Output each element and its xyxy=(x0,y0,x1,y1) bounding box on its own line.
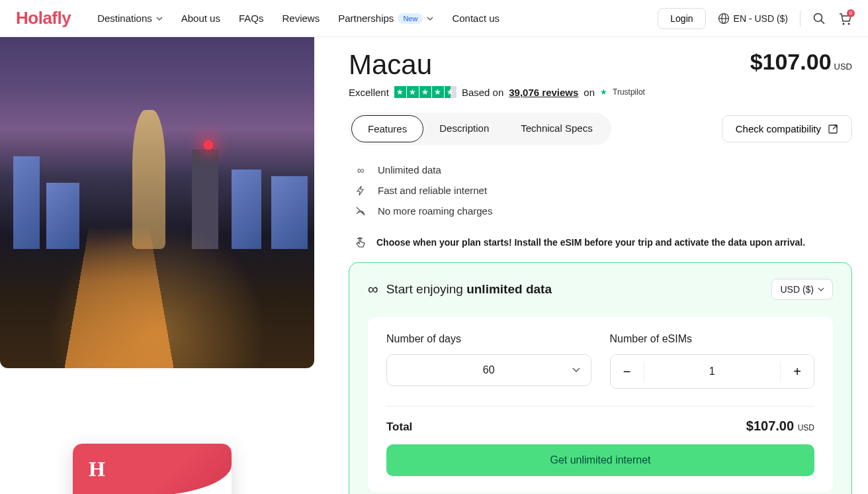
nav-contact[interactable]: Contact us xyxy=(452,13,499,24)
nav-partnerships[interactable]: Partnerships New xyxy=(338,13,433,24)
price-currency: USD xyxy=(834,62,852,72)
destination-image xyxy=(0,37,314,368)
currency-selector[interactable]: USD ($) xyxy=(771,279,833,300)
sim-logo-icon: H xyxy=(89,457,105,481)
tab-technical-specs[interactable]: Technical Specs xyxy=(505,115,608,142)
currency-label: USD ($) xyxy=(780,284,814,295)
rating-label: Excellent xyxy=(349,87,389,98)
order-inner: Number of days 60 Number of eSIMs − xyxy=(368,317,833,492)
tab-features[interactable]: Features xyxy=(351,115,423,142)
esims-group: Number of eSIMs − 1 + xyxy=(610,333,815,389)
nav-about[interactable]: About us xyxy=(181,13,220,24)
tab-group: Features Description Technical Specs xyxy=(349,113,611,145)
sim-card: H Scan the QR code and connect instantly xyxy=(73,444,232,494)
features-list: ∞ Unlimited data Fast and reliable inter… xyxy=(349,160,852,221)
search-icon xyxy=(812,12,826,25)
product-title: Macau xyxy=(349,49,432,81)
total-row: Total $107.00 USD xyxy=(386,406,814,444)
rating-row: Excellent ★ ★ ★ ★ ★ Based on 39,076 revi… xyxy=(349,86,852,98)
external-edit-icon xyxy=(828,124,838,134)
star-icon: ★ xyxy=(407,86,419,98)
main-nav: Destinations About us FAQs Reviews Partn… xyxy=(97,13,658,24)
order-title-bold: unlimited data xyxy=(466,282,552,296)
feature-text: No more roaming charges xyxy=(378,205,492,217)
price-amount: $107.00 xyxy=(750,49,832,75)
trustpilot-label: Trustpilot xyxy=(613,87,645,97)
days-select[interactable]: 60 xyxy=(386,354,591,386)
get-internet-button[interactable]: Get unlimited internet xyxy=(386,444,814,476)
order-title: ∞ Start enjoying unlimited data xyxy=(368,281,552,298)
quantity-stepper: − 1 + xyxy=(610,354,815,389)
title-price-row: Macau $107.00 USD xyxy=(349,49,852,86)
total-amount: $107.00 xyxy=(746,419,794,433)
svg-line-4 xyxy=(821,21,824,24)
svg-point-6 xyxy=(848,23,850,25)
header-right: Login EN - USD ($) 0 xyxy=(658,8,852,29)
star-icon: ★ xyxy=(432,86,444,98)
svg-point-3 xyxy=(814,13,822,21)
order-title-prefix: Start enjoying xyxy=(386,282,466,296)
star-rating: ★ ★ ★ ★ ★ xyxy=(394,86,456,98)
feature-text: Fast and reliable internet xyxy=(378,185,487,196)
days-value: 60 xyxy=(483,364,495,375)
star-half-icon: ★ xyxy=(445,86,456,98)
star-icon: ★ xyxy=(394,86,406,98)
locale-selector[interactable]: EN - USD ($) xyxy=(718,13,788,25)
locale-text: EN - USD ($) xyxy=(734,13,788,24)
chevron-down-icon xyxy=(156,17,163,21)
cart-button[interactable]: 0 xyxy=(838,12,852,25)
lightning-icon xyxy=(354,185,367,196)
order-header: ∞ Start enjoying unlimited data USD ($) xyxy=(368,279,833,300)
plan-note: Choose when your plan starts! Install th… xyxy=(349,236,852,249)
reviews-link[interactable]: 39,076 reviews xyxy=(509,87,578,98)
tab-description[interactable]: Description xyxy=(423,115,505,142)
decrement-button[interactable]: − xyxy=(611,355,644,388)
feature-item: No more roaming charges xyxy=(349,201,852,221)
nav-reviews[interactable]: Reviews xyxy=(282,13,320,24)
nav-label: Partnerships xyxy=(338,13,394,24)
infinity-icon: ∞ xyxy=(354,164,367,175)
order-box: ∞ Start enjoying unlimited data USD ($) … xyxy=(349,262,852,494)
increment-button[interactable]: + xyxy=(781,355,814,388)
svg-point-5 xyxy=(843,23,845,25)
divider xyxy=(800,11,801,26)
reviews-on: on xyxy=(584,87,595,98)
sim-card-top: H xyxy=(73,444,232,494)
search-button[interactable] xyxy=(812,12,826,25)
product-details: Macau $107.00 USD Excellent ★ ★ ★ ★ ★ Ba… xyxy=(330,37,868,494)
selectors-row: Number of days 60 Number of eSIMs − xyxy=(386,333,814,389)
chevron-down-icon xyxy=(818,287,824,291)
esims-label: Number of eSIMs xyxy=(610,333,815,345)
chevron-down-icon xyxy=(572,368,580,373)
brand-logo[interactable]: Holafly xyxy=(16,8,71,28)
tabs-row: Features Description Technical Specs Che… xyxy=(349,113,852,145)
plan-note-text: Choose when your plan starts! Install th… xyxy=(376,237,805,248)
header: Holafly Destinations About us FAQs Revie… xyxy=(0,0,868,37)
trustpilot-star-icon: ★ xyxy=(600,87,607,97)
check-compatibility-button[interactable]: Check compatibility xyxy=(722,115,852,142)
product-image-column: H Scan the QR code and connect instantly xyxy=(0,37,314,494)
total-label: Total xyxy=(386,420,412,434)
feature-item: ∞ Unlimited data xyxy=(349,160,852,180)
nav-destinations[interactable]: Destinations xyxy=(97,13,163,24)
price-display: $107.00 USD xyxy=(750,49,852,75)
days-group: Number of days 60 xyxy=(386,333,591,389)
main-container: H Scan the QR code and connect instantly… xyxy=(0,37,868,494)
compat-label: Check compatibility xyxy=(736,123,821,134)
quantity-value: 1 xyxy=(644,355,781,388)
feature-item: Fast and reliable internet xyxy=(349,180,852,201)
new-badge: New xyxy=(398,13,423,24)
reviews-based: Based on xyxy=(462,87,503,98)
chevron-down-icon xyxy=(427,17,433,21)
cart-count-badge: 0 xyxy=(847,9,855,17)
total-price: $107.00 USD xyxy=(746,419,814,434)
no-signal-icon xyxy=(354,206,367,217)
login-button[interactable]: Login xyxy=(658,8,705,29)
tap-icon xyxy=(354,236,367,249)
infinity-icon: ∞ xyxy=(368,281,378,298)
days-label: Number of days xyxy=(386,333,591,345)
nav-faqs[interactable]: FAQs xyxy=(239,13,264,24)
globe-icon xyxy=(718,13,730,25)
nav-label: Destinations xyxy=(97,13,152,24)
feature-text: Unlimited data xyxy=(378,164,441,175)
